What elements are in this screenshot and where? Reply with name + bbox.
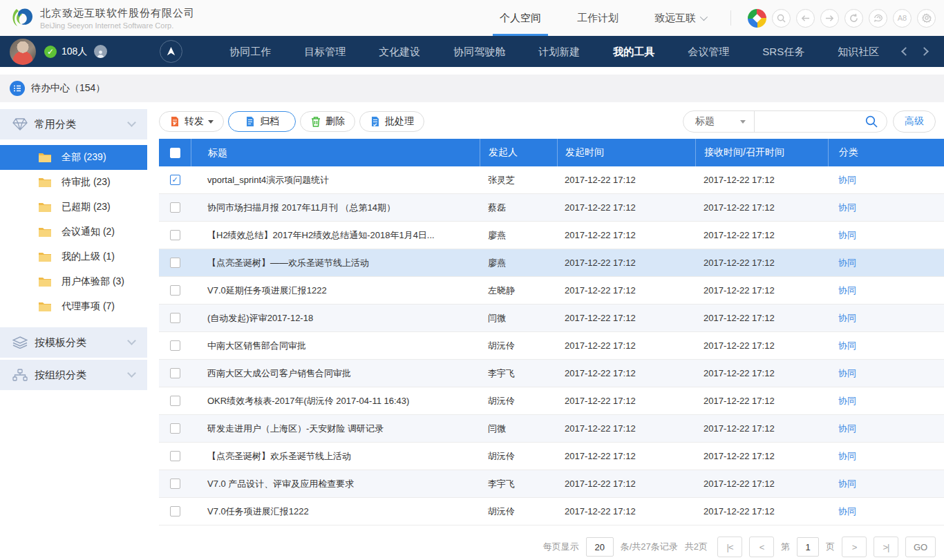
- row-category-link[interactable]: 协同: [838, 284, 856, 297]
- row-title[interactable]: V7.0延期任务项进展汇报1222: [191, 277, 480, 305]
- nav-next-icon[interactable]: [920, 47, 929, 56]
- table-row[interactable]: 研发走进用户（上海区）-天安财险 调研记录闫微2017-12-22 17:122…: [159, 415, 944, 443]
- nav-prev-icon[interactable]: [901, 47, 910, 56]
- row-checkbox[interactable]: ✓: [170, 175, 180, 185]
- nav-item[interactable]: 会议管理: [671, 36, 746, 67]
- next-page-button[interactable]: >: [842, 537, 867, 557]
- folder-item[interactable]: 会议通知 (2): [0, 220, 147, 244]
- row-title[interactable]: 中南大区销售部合同审批: [191, 332, 480, 360]
- nav-item[interactable]: 目标管理: [287, 36, 362, 67]
- prev-page-button[interactable]: <: [749, 537, 774, 557]
- row-title[interactable]: V7.0任务项进展汇报1222: [191, 498, 480, 525]
- row-title[interactable]: 协同市场扫描月报 2017年11月刊 （总第14期）: [191, 194, 480, 222]
- row-checkbox[interactable]: [170, 396, 180, 406]
- refresh-icon[interactable]: [844, 9, 863, 28]
- search-submit-icon[interactable]: [865, 115, 878, 128]
- row-checkbox[interactable]: [170, 506, 180, 516]
- row-category-link[interactable]: 协同: [838, 367, 856, 380]
- table-row[interactable]: ✓vportal_sprint4演示项问题统计张灵芝2017-12-22 17:…: [159, 166, 944, 194]
- member-icon[interactable]: [94, 45, 107, 58]
- table-row[interactable]: 西南大区大成公司客户销售合同审批李宇飞2017-12-22 17:122017-…: [159, 360, 944, 387]
- nav-item[interactable]: 计划新建: [522, 36, 596, 67]
- table-row[interactable]: OKR绩效考核表-2017年(胡沅伶 2017-04-11 16:43)胡沅伶2…: [159, 387, 944, 415]
- row-checkbox[interactable]: [170, 423, 180, 434]
- table-row[interactable]: (自动发起)评审2017-12-18闫微2017-12-22 17:122017…: [159, 305, 944, 332]
- row-checkbox[interactable]: [170, 451, 180, 461]
- row-title[interactable]: 【H2绩效总结】2017年H2绩效总结通知-2018年1月4日...: [191, 222, 480, 249]
- table-row[interactable]: 中南大区销售部合同审批胡沅伶2017-12-22 17:122017-12-22…: [159, 332, 944, 360]
- row-category-link[interactable]: 协同: [838, 395, 856, 407]
- nav-item[interactable]: 协同驾驶舱: [437, 36, 522, 67]
- sidebar-section-common[interactable]: 常用分类: [0, 109, 147, 139]
- row-checkbox[interactable]: [170, 340, 180, 351]
- advanced-search-button[interactable]: 高级: [893, 110, 936, 133]
- select-all-checkbox[interactable]: [170, 148, 180, 158]
- row-category-link[interactable]: 协同: [838, 312, 856, 325]
- row-title[interactable]: (自动发起)评审2017-12-18: [191, 305, 480, 332]
- row-category-link[interactable]: 协同: [838, 340, 856, 352]
- table-row[interactable]: 【点亮圣诞树】——欢乐圣诞节线上活动廖燕2017-12-22 17:122017…: [159, 249, 944, 277]
- a8-icon[interactable]: A8: [893, 9, 912, 28]
- row-title[interactable]: V7.0 产品设计、评审及应用检查要求: [191, 470, 480, 498]
- app-wheel-icon[interactable]: [748, 9, 766, 28]
- first-page-button[interactable]: |<: [717, 537, 742, 557]
- nav-item[interactable]: SRS任务: [746, 36, 821, 67]
- row-checkbox[interactable]: [170, 230, 180, 240]
- navigation-compass-icon[interactable]: [160, 40, 182, 63]
- sidebar-section-template[interactable]: 按模板分类: [0, 327, 147, 358]
- table-row[interactable]: 【H2绩效总结】2017年H2绩效总结通知-2018年1月4日...廖燕2017…: [159, 222, 944, 249]
- nav-item[interactable]: 文化建设: [362, 36, 437, 67]
- search-input[interactable]: [755, 116, 865, 127]
- sidebar-section-org[interactable]: 按组织分类: [0, 360, 147, 390]
- row-checkbox[interactable]: [170, 479, 180, 489]
- row-title[interactable]: 研发走进用户（上海区）-天安财险 调研记录: [191, 415, 480, 443]
- row-title[interactable]: 【点亮圣诞树】——欢乐圣诞节线上活动: [191, 249, 480, 277]
- search-field-select[interactable]: 标题: [683, 115, 754, 128]
- page-number-input[interactable]: 1: [797, 537, 819, 557]
- folder-item[interactable]: 全部 (239): [0, 145, 147, 170]
- back-arrow-icon[interactable]: [796, 9, 815, 28]
- archive-button[interactable]: 归档: [228, 111, 296, 132]
- go-button[interactable]: GO: [905, 537, 936, 557]
- row-category-link[interactable]: 协同: [838, 202, 856, 214]
- row-checkbox[interactable]: [170, 285, 180, 296]
- forward-button[interactable]: 转发: [159, 111, 224, 132]
- row-title[interactable]: OKR绩效考核表-2017年(胡沅伶 2017-04-11 16:43): [191, 387, 480, 415]
- forward-arrow-icon[interactable]: [820, 9, 839, 28]
- chat-icon[interactable]: [869, 9, 887, 28]
- nav-item[interactable]: 我的工具: [596, 36, 671, 67]
- topbar-tab[interactable]: 工作计划: [567, 0, 628, 36]
- row-checkbox[interactable]: [170, 313, 180, 323]
- folder-item[interactable]: 代理事项 (7): [0, 294, 147, 319]
- row-category-link[interactable]: 协同: [838, 423, 856, 435]
- search-icon[interactable]: [772, 9, 791, 28]
- topbar-tab[interactable]: 个人空间: [490, 0, 551, 36]
- row-title[interactable]: vportal_sprint4演示项问题统计: [191, 166, 480, 194]
- settings-icon[interactable]: [917, 9, 936, 28]
- last-page-button[interactable]: >|: [874, 537, 898, 557]
- row-category-link[interactable]: 协同: [838, 478, 856, 490]
- table-row[interactable]: V7.0任务项进展汇报1222胡沅伶2017-12-22 17:122017-1…: [159, 498, 944, 525]
- nav-item[interactable]: 协同工作: [213, 36, 287, 67]
- folder-item[interactable]: 用户体验部 (3): [0, 269, 147, 294]
- table-row[interactable]: V7.0 产品设计、评审及应用检查要求李宇飞2017-12-22 17:1220…: [159, 470, 944, 498]
- row-category-link[interactable]: 协同: [838, 229, 856, 242]
- row-category-link[interactable]: 协同: [838, 174, 856, 186]
- batch-button[interactable]: 批处理: [359, 111, 424, 132]
- row-title[interactable]: 【点亮圣诞树】欢乐圣诞节线上活动: [191, 443, 480, 470]
- folder-item[interactable]: 已超期 (23): [0, 195, 147, 220]
- table-row[interactable]: 【点亮圣诞树】欢乐圣诞节线上活动胡沅伶2017-12-22 17:122017-…: [159, 443, 944, 470]
- row-title[interactable]: 西南大区大成公司客户销售合同审批: [191, 360, 480, 387]
- row-checkbox[interactable]: [170, 258, 180, 268]
- delete-button[interactable]: 删除: [300, 111, 355, 132]
- row-category-link[interactable]: 协同: [838, 450, 856, 463]
- folder-item[interactable]: 我的上级 (1): [0, 244, 147, 269]
- folder-item[interactable]: 待审批 (23): [0, 170, 147, 195]
- table-row[interactable]: V7.0延期任务项进展汇报1222左晓静2017-12-22 17:122017…: [159, 277, 944, 305]
- per-page-input[interactable]: 20: [586, 537, 614, 557]
- nav-item[interactable]: 知识社区: [821, 36, 896, 67]
- row-checkbox[interactable]: [170, 202, 180, 213]
- user-avatar[interactable]: [10, 39, 36, 65]
- table-row[interactable]: 协同市场扫描月报 2017年11月刊 （总第14期）蔡磊2017-12-22 1…: [159, 194, 944, 222]
- row-category-link[interactable]: 协同: [838, 505, 856, 518]
